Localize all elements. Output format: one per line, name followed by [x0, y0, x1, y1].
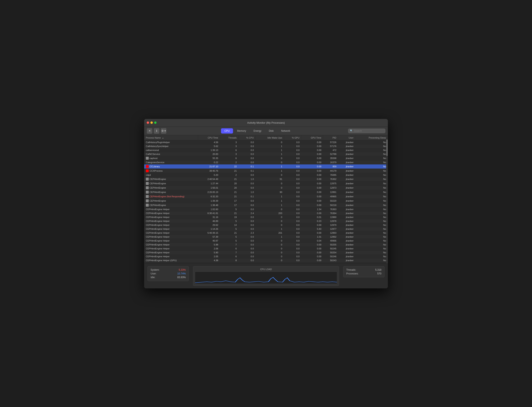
col-pct-cpu[interactable]: % CPU	[238, 135, 255, 141]
cell-user: jtranber	[338, 177, 355, 181]
cell-pid: 35598	[323, 156, 338, 160]
tab-memory[interactable]: Memory	[234, 128, 250, 133]
table-row[interactable]: callservicesd1:39.1360.010.00.00472jtran…	[144, 148, 388, 152]
cell-threads: 14	[220, 223, 238, 227]
table-row[interactable]: CEPHtmlEngine Helper2.0660.000.00.005024…	[144, 247, 388, 250]
process-icon-adobe	[146, 169, 149, 172]
table-row[interactable]: CEPHtmlEngine2:26:05.19211.0900.00.00128…	[144, 190, 388, 194]
table-row[interactable]: CEPHtmlEngine Helper1:14.2650.010.05.831…	[144, 227, 388, 231]
cell-pid: 50243	[323, 258, 338, 262]
col-threads[interactable]: Threads	[220, 135, 238, 141]
table-row[interactable]: CEPHtmlEngine Helper5.9070.000.00.005025…	[144, 250, 388, 254]
search-input[interactable]	[354, 129, 383, 132]
table-row[interactable]: CallHistorySyncHelper5.6230.010.00.00571…	[144, 144, 388, 148]
table-row[interactable]: CEPHtmlEngine1:27.44200.000.00.0012875jt…	[144, 181, 388, 186]
tab-network[interactable]: Network	[278, 128, 294, 133]
cell-threads: 7	[220, 250, 238, 254]
table-row[interactable]: CEPHtmlEngine Helper2.0560.000.00.005024…	[144, 254, 388, 258]
table-row[interactable]: CEPHtmlEngine Helper1:02.6050.000.01.547…	[144, 207, 388, 211]
process-name: CEPHtmlEngine Helper	[146, 247, 170, 250]
col-preventing-sleep[interactable]: Preventing Sleep	[355, 135, 388, 141]
cell-user: jtranber	[338, 148, 355, 152]
table-row[interactable]: CallHistoryPluginHelper4.5630.000.00.005…	[144, 140, 388, 144]
tab-energy[interactable]: Energy	[250, 128, 265, 133]
fullscreen-button[interactable]	[154, 121, 156, 124]
table-row[interactable]: CEPHtmlEngine2:40:54.49211.0910.00.00763…	[144, 177, 388, 181]
cell-gpu_time: 0.00	[301, 203, 323, 207]
process-icon-generic	[146, 178, 149, 180]
table-row[interactable]: CEPHtmlEngine Helper5.9870.000.00.005025…	[144, 243, 388, 247]
close-button[interactable]	[147, 121, 149, 124]
stop-button[interactable]: ✕	[147, 128, 152, 134]
process-name: CEPHtmlEngine	[149, 200, 166, 202]
table-row[interactable]: CCLibrary21:07.10220.110.00.00859jtranbe…	[144, 164, 388, 169]
cell-pct_cpu: 0.0	[238, 262, 255, 264]
cell-threads: 6	[220, 254, 238, 258]
process-name: CCXProcess	[149, 170, 163, 172]
cell-cpu_time: 4.56	[198, 140, 220, 144]
scrollbar-thumb[interactable]	[386, 139, 388, 156]
minimize-button[interactable]	[150, 121, 153, 124]
cell-cpu_time: 6:32.20	[198, 194, 220, 199]
col-pid[interactable]: PID	[323, 135, 338, 141]
table-row[interactable]: cdpd0.2020.000.00.0076085jtranberNo	[144, 173, 388, 177]
search-box[interactable]: 🔍	[348, 129, 385, 133]
table-row[interactable]: CEPHtmlEngine Helper31.16190.000.00.0112…	[144, 215, 388, 219]
col-gpu-time[interactable]: GPU Time	[301, 135, 323, 141]
tab-disk[interactable]: Disk	[265, 128, 277, 133]
table-row[interactable]: CEPHtmlEngine Helper57.3950.010.01.01128…	[144, 235, 388, 239]
cell-pct_cpu: 0.0	[238, 250, 255, 254]
cell-pid: 50220	[323, 199, 338, 203]
table-row[interactable]: CEPHtmlEngine Helper6:30:41.81212.42030.…	[144, 211, 388, 215]
cell-user: jtranber	[338, 164, 355, 169]
table-row[interactable]: CategoriesService0.2220.000.00.0016379jt…	[144, 160, 388, 164]
cell-pct_cpu: 0.0	[238, 160, 255, 164]
table-row[interactable]: CEPHtmlEngine1:39.39170.010.00.0050220jt…	[144, 199, 388, 203]
cell-preventing_sleep: No	[355, 144, 388, 148]
cell-pid: 12891	[323, 190, 338, 194]
cell-user: jtranber	[338, 152, 355, 156]
cell-pid: 12875	[323, 181, 338, 186]
cell-pct_cpu: 0.0	[238, 258, 255, 262]
process-name: CEPHtmlEngine	[149, 204, 166, 206]
col-idle-wake-ups[interactable]: Idle Wake Ups	[255, 135, 284, 141]
cell-cpu_time: 1:27.44	[198, 181, 220, 186]
table-row[interactable]: CEPHtmlEngine Helper40.9750.000.00.04499…	[144, 239, 388, 243]
col-user[interactable]: User	[338, 135, 355, 141]
info-button[interactable]: ℹ	[154, 128, 159, 134]
table-row[interactable]: CEPHtmlEngine Helper (GPU)2.8570.000.00.…	[144, 262, 388, 264]
col-cpu-time[interactable]: CPU Time	[198, 135, 220, 141]
cell-pct_cpu: 1.0	[238, 177, 255, 181]
cell-pid: 76364	[323, 211, 338, 215]
cell-pct_cpu: 0.0	[238, 173, 255, 177]
cell-pct_cpu: 2.3	[238, 231, 255, 235]
col-pct-gpu[interactable]: % GPU	[284, 135, 301, 141]
system-label: System:	[151, 268, 159, 271]
table-row[interactable]: CEPHtmlEngine Helper29.62140.000.00.0012…	[144, 223, 388, 227]
cell-idle_wake_ups: 0	[255, 215, 284, 219]
cell-pid: 472	[323, 148, 338, 152]
settings-button[interactable]: ⚙ ▾	[161, 128, 166, 134]
cell-user: jtranber	[338, 250, 355, 254]
table-row[interactable]: CEPHtmlEngine Helper5:40:39.15212.32010.…	[144, 231, 388, 235]
cell-gpu_time: 0.01	[301, 215, 323, 219]
process-name: CEPHtmlEngine Helper	[146, 232, 170, 234]
col-process-name[interactable]: Process Name ▲	[144, 135, 198, 141]
table-row[interactable]: CEPHtmlEngine1:56.01200.000.00.0012873jt…	[144, 186, 388, 190]
cell-preventing_sleep: No	[355, 203, 388, 207]
cell-preventing_sleep: No	[355, 194, 388, 199]
table-row[interactable]: caphost55.3560.000.00.0035598jtranberNo	[144, 156, 388, 160]
table-row[interactable]: CEPHtmlEngine Helper (GPU)4.3880.000.00.…	[144, 258, 388, 262]
cell-pid: 57176	[323, 144, 338, 148]
table-row[interactable]: CEPHtmlEngine (Not Responding)6:32.20210…	[144, 194, 388, 199]
user-label: User:	[151, 272, 156, 275]
table-row[interactable]: CEPHtmlEngine1:38.48170.010.00.0050218jt…	[144, 203, 388, 207]
table-row[interactable]: CalNCService20.8330.010.00.0052788jtranb…	[144, 152, 388, 156]
table-row[interactable]: CCXProcess39:40.76210.110.00.0044179jtra…	[144, 169, 388, 173]
idle-label: Idle:	[151, 276, 155, 279]
cell-pid: 50255	[323, 243, 338, 247]
cell-gpu_time: 1.01	[301, 235, 323, 239]
table-row[interactable]: CEPHtmlEngine Helper46.8950.000.00.23128…	[144, 219, 388, 223]
cell-pid: 12873	[323, 186, 338, 190]
tab-cpu[interactable]: CPU	[221, 128, 233, 133]
